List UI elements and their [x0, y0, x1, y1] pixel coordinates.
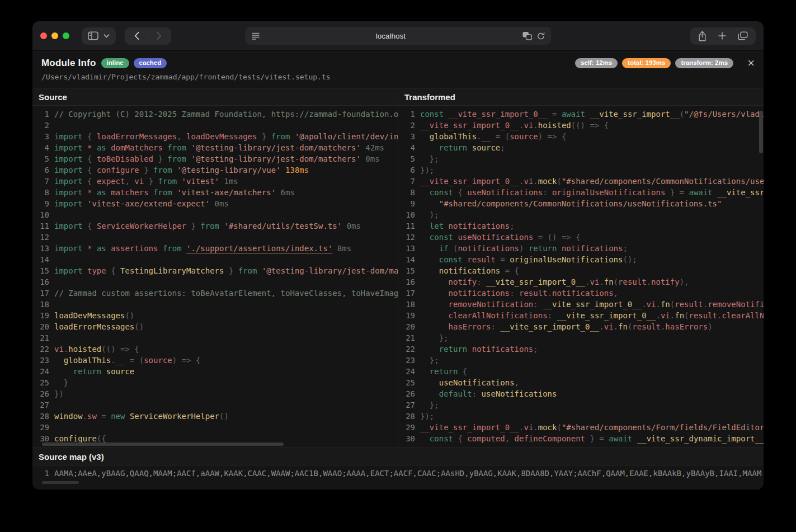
line-number: 27: [32, 399, 49, 411]
code-token: .: [656, 311, 660, 320]
line-number: 25: [32, 377, 49, 388]
code-line: 19loadDevMessages(): [32, 310, 398, 321]
sidebar-toggle-button[interactable]: [82, 27, 116, 45]
code-token: result: [618, 277, 647, 286]
code-line: 28window.sw = new ServiceWorkerHelper(): [32, 411, 398, 422]
chevron-down-icon: [103, 34, 110, 38]
zoom-window-button[interactable]: [63, 32, 69, 39]
module-file-path: /Users/vladimir/Projects/zammad/app/fron…: [41, 73, 755, 81]
code-token: notifications: [439, 266, 501, 275]
code-line: 11import { ServiceWorkerHelper } from '#…: [32, 220, 398, 232]
code-token: from: [163, 244, 182, 253]
code-token: .: [703, 300, 708, 309]
code-token: 'vitest': [177, 177, 219, 186]
code-token: [420, 266, 439, 275]
line-number: 4: [398, 142, 415, 153]
code-token: mock: [538, 177, 557, 186]
line-number: 6: [398, 164, 415, 176]
code-token: vi: [134, 177, 144, 186]
code-token: (: [449, 244, 458, 253]
code-line: 18 removeNotification: __vite_ssr_import…: [398, 299, 764, 310]
code-line: 2__vite_ssr_import_0__.vi.hoisted(() => …: [398, 120, 764, 131]
back-button[interactable]: [131, 32, 143, 40]
code-token: import: [54, 132, 83, 141]
line-number: 26: [32, 388, 49, 399]
code-line: 9import 'vitest-axe/extend-expect' 0ms: [32, 198, 398, 209]
new-tab-icon[interactable]: [718, 32, 726, 40]
line-number: 10: [32, 209, 49, 220]
code-token: __vite_ssr_import_0__: [500, 322, 599, 331]
share-icon[interactable]: [698, 31, 706, 41]
code-token: [420, 289, 449, 298]
source-horizontal-scrollbar[interactable]: [42, 442, 284, 446]
code-token: }: [139, 166, 153, 175]
transformed-pane: Transformed 1const __vite_ssr_import_0__…: [398, 88, 764, 448]
code-token: :: [491, 322, 500, 331]
code-token: }: [153, 154, 167, 163]
code-token: __vite_ssr_import_0__: [420, 177, 519, 186]
code-token: .: [614, 322, 618, 331]
sourcemap-mappings: AAMA;AAeA,yBAAG,QAAQ,MAAM;AACf,aAAW,KAAK…: [54, 467, 761, 480]
code-token: = (: [491, 132, 510, 141]
module-link[interactable]: './support/assertions/index.ts': [186, 244, 332, 253]
forward-button[interactable]: [153, 32, 165, 40]
code-token: const: [430, 434, 453, 443]
transformed-vertical-scrollbar[interactable]: [759, 111, 763, 153]
code-token: :: [548, 311, 557, 320]
line-number: 15: [32, 265, 49, 276]
code-token: (: [670, 300, 675, 309]
code-line: 9 "#shared/components/CommonNotification…: [398, 198, 764, 209]
code-token: :: [533, 300, 543, 309]
code-token: loadDevMessages: [186, 132, 257, 141]
line-number: 1: [398, 109, 415, 120]
code-token: 'vitest-axe/extend-expect': [83, 199, 210, 208]
code-token: = (: [125, 356, 144, 365]
code-line: 24 return source: [32, 366, 398, 377]
code-token: return: [73, 367, 102, 376]
translate-icon[interactable]: [522, 31, 532, 40]
inline-badge: inline: [101, 58, 129, 69]
code-token: await: [562, 110, 585, 119]
code-token: as: [97, 143, 106, 152]
code-token: ) => {: [172, 356, 201, 365]
code-line: 22 return notifications;: [398, 343, 764, 355]
code-token: notifications: [449, 289, 510, 298]
code-token: [420, 233, 430, 242]
address-bar[interactable]: localhost: [245, 27, 551, 45]
code-token: source: [467, 143, 500, 152]
code-token: .: [533, 177, 538, 186]
code-token: hoisted: [68, 345, 101, 354]
code-token: defineComponent: [515, 434, 585, 443]
transformed-pane-title: Transformed: [398, 88, 764, 106]
code-token: ),: [680, 277, 689, 286]
code-token: [420, 378, 439, 387]
code-token: globalThis: [64, 356, 111, 365]
code-token: originalUseNotifications: [552, 188, 665, 197]
reload-icon[interactable]: [536, 32, 545, 40]
code-token: vi: [524, 121, 533, 130]
code-token: 1ms: [219, 177, 238, 186]
code-token: {: [453, 188, 467, 197]
close-window-button[interactable]: [40, 32, 47, 39]
code-line: 25 }: [32, 377, 398, 388]
code-line: 4import * as domMatchers from '@testing-…: [32, 142, 398, 153]
code-token: import: [54, 154, 83, 163]
close-panel-button[interactable]: ×: [747, 59, 755, 68]
sourcemap-horizontal-scrollbar[interactable]: [42, 481, 79, 484]
line-number: 23: [32, 355, 49, 366]
stat-transform: transform: 2ms: [675, 58, 733, 69]
code-line: 17 notifications: result.notifications,: [398, 288, 764, 299]
code-token: from: [167, 143, 186, 152]
code-line: 10 );: [398, 209, 764, 220]
code-token: .: [670, 311, 675, 320]
stat-self: self: 12ms: [575, 58, 618, 69]
code-token: {: [83, 166, 97, 175]
code-line: 13 if (notifications) return notificatio…: [398, 243, 764, 254]
page-format-icon[interactable]: [251, 32, 260, 40]
tab-overview-icon[interactable]: [738, 31, 748, 40]
code-line: 6});: [398, 164, 764, 176]
minimize-window-button[interactable]: [51, 32, 58, 39]
line-number: 25: [398, 377, 415, 388]
code-token: notifications: [552, 289, 614, 298]
cached-badge: cached: [134, 58, 167, 69]
